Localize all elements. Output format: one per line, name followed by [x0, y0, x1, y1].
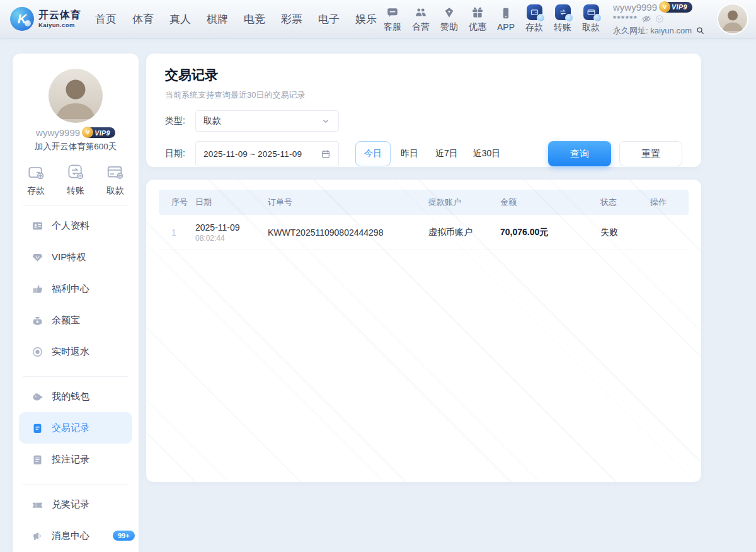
promotions-button[interactable]: 优惠	[469, 6, 486, 33]
nav-item-live[interactable]: 真人	[169, 12, 191, 26]
col-header-order-no: 订单号	[268, 197, 428, 208]
date-range-input[interactable]: 2025-11-09 ~ 2025-11-09	[195, 141, 339, 166]
row-amount: 70,076.00元	[500, 227, 600, 238]
sponsor-button[interactable]: 赞助	[440, 6, 458, 33]
app-download-button[interactable]: APP	[497, 6, 515, 32]
deposit-label: 存款	[525, 22, 543, 33]
nav-item-lottery[interactable]: 彩票	[281, 12, 302, 26]
row-seq: 1	[159, 227, 195, 238]
date-label: 日期:	[165, 148, 195, 159]
sidebar-vip-label: VIP9	[94, 129, 110, 137]
col-header-amount: 金额	[500, 197, 600, 208]
page-title: 交易记录	[165, 66, 682, 84]
phone-icon	[499, 6, 513, 20]
reset-button[interactable]: 重置	[619, 141, 682, 166]
avatar[interactable]	[718, 4, 747, 33]
vip-level-label: VIP9	[672, 3, 687, 11]
withdraw-outline-icon	[106, 163, 125, 181]
sidebar-item-prize-records[interactable]: 兑奖记录	[13, 488, 139, 520]
customer-service-label: 客服	[384, 21, 401, 33]
customer-service-button[interactable]: 客服	[384, 6, 401, 33]
table-header-row: 序号 日期 订单号 提款账户 金额 状态 操作	[159, 190, 689, 215]
vip-badge: V VIP9	[661, 2, 692, 13]
row-date: 2025-11-09	[195, 222, 268, 233]
range-today-button[interactable]: 今日	[355, 141, 391, 166]
nav-item-chess[interactable]: 棋牌	[207, 12, 228, 26]
sidebar-item-profile[interactable]: 个人资料	[13, 210, 139, 241]
row-time: 08:02:44	[195, 234, 268, 243]
sponsor-icon	[442, 6, 456, 20]
sidebar-item-transactions[interactable]: 交易记录	[19, 412, 132, 444]
nav-item-sports[interactable]: 体育	[132, 12, 154, 26]
sidebar-item-yuebao[interactable]: 余额宝	[13, 304, 139, 336]
sidebar-item-vip[interactable]: VIP特权	[13, 241, 139, 273]
brand-logo[interactable]: K 开云体育 Kaiyun.com	[10, 7, 81, 31]
sidebar-item-rebate[interactable]: 实时返水	[13, 336, 139, 367]
range-30days-button[interactable]: 近30日	[466, 141, 508, 166]
sidebar-withdraw-button[interactable]: 取款	[106, 163, 125, 197]
search-icon[interactable]	[696, 26, 706, 36]
sidebar-transfer-button[interactable]: 转账	[66, 163, 85, 197]
nav-item-entertainment[interactable]: 娱乐	[355, 12, 377, 26]
deposit-button[interactable]: 存款	[525, 4, 543, 33]
partners-label: 合营	[412, 21, 430, 33]
sidebar-username: wywy9999	[36, 127, 80, 138]
sidebar-item-label: 福利中心	[52, 283, 89, 295]
partners-button[interactable]: 合营	[412, 6, 430, 33]
nav-item-slots[interactable]: 电子	[318, 12, 340, 26]
partners-icon	[414, 6, 428, 20]
deposit-icon	[527, 4, 542, 20]
withdraw-button[interactable]: 取款	[582, 4, 600, 33]
row-date-cell: 2025-11-09 08:02:44	[195, 222, 268, 243]
sidebar-item-label: 消息中心	[52, 530, 89, 542]
chevron-circle-icon[interactable]	[655, 14, 664, 23]
sidebar-item-label: VIP特权	[52, 251, 86, 263]
brand-domain: Kaiyun.com	[38, 22, 81, 28]
permanent-url: 永久网址: kaiyun.com	[613, 25, 692, 37]
col-header-seq: 序号	[159, 197, 195, 208]
range-7days-button[interactable]: 近7日	[428, 141, 465, 166]
sidebar-item-bet-records[interactable]: 投注记录	[13, 444, 139, 475]
range-yesterday-button[interactable]: 昨日	[392, 141, 427, 166]
transfer-button[interactable]: 转账	[554, 4, 571, 33]
bets-icon	[32, 454, 43, 466]
wallet-icon	[32, 391, 43, 403]
query-button[interactable]: 查询	[548, 141, 611, 166]
top-navigation-bar: K 开云体育 Kaiyun.com 首页 体育 真人 棋牌 电竞 彩票 电子 娱…	[0, 0, 756, 38]
sidebar-item-benefits[interactable]: 福利中心	[13, 273, 139, 304]
chevron-down-icon	[321, 116, 331, 126]
sidebar-withdraw-label: 取款	[106, 185, 124, 197]
type-select[interactable]: 取款	[195, 110, 339, 132]
date-range-value: 2025-11-09 ~ 2025-11-09	[203, 149, 302, 159]
username: wywy9999	[613, 2, 657, 13]
row-status: 失败	[600, 227, 650, 238]
sidebar-avatar[interactable]	[49, 69, 103, 123]
transaction-filter-card: 交易记录 当前系统支持查询最近30日的交易记录 类型: 取款 日期: 2025-…	[146, 54, 701, 167]
type-select-value: 取款	[203, 115, 221, 127]
page-subtitle: 当前系统支持查询最近30日的交易记录	[165, 89, 682, 101]
sidebar-deposit-label: 存款	[27, 185, 45, 197]
vip-gold-emblem-icon: V	[82, 127, 93, 138]
col-header-status: 状态	[600, 197, 650, 208]
nav-item-esports[interactable]: 电竞	[244, 12, 265, 26]
col-header-action: 操作	[650, 197, 689, 208]
transfer-label: 转账	[554, 22, 571, 33]
yuebao-icon	[32, 314, 43, 326]
sidebar-transfer-label: 转账	[67, 185, 84, 197]
sidebar-item-label: 余额宝	[52, 314, 80, 326]
sidebar-item-message-center[interactable]: 消息中心 99+	[13, 520, 139, 551]
main-nav: 首页 体育 真人 棋牌 电竞 彩票 电子 娱乐	[95, 12, 377, 26]
sidebar-deposit-button[interactable]: 存款	[26, 163, 45, 197]
eye-off-icon[interactable]	[641, 14, 651, 24]
type-label: 类型:	[165, 115, 195, 127]
sidebar-quick-actions: 存款 转账 取款	[13, 163, 139, 197]
divider	[23, 484, 129, 485]
quick-range-group: 今日 昨日 近7日 近30日	[355, 141, 507, 166]
sidebar-item-wallet[interactable]: 我的钱包	[13, 381, 139, 412]
calendar-icon	[321, 149, 331, 159]
withdraw-icon	[583, 4, 599, 20]
nav-item-home[interactable]: 首页	[95, 12, 117, 26]
vip-gem-icon	[32, 251, 43, 263]
joined-days-text: 加入开云体育第600天	[13, 141, 139, 152]
sidebar-menu-group-1: 个人资料 VIP特权 福利中心 余额宝 实时返水	[13, 210, 139, 367]
